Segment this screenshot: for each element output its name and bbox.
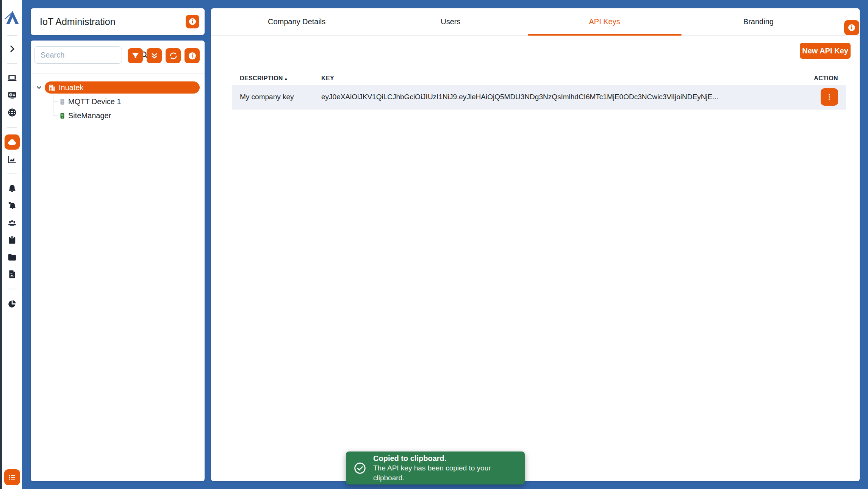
row-action-cell <box>778 88 846 106</box>
expand-all-button[interactable] <box>147 48 162 63</box>
toast-title: Copied to clipboard. <box>373 453 517 463</box>
device-tree-card: Inuatek MQTT Device 1 SiteManager <box>31 41 205 481</box>
main-panel: Company Details Users API Keys Branding … <box>211 8 860 481</box>
tab-company-details[interactable]: Company Details <box>220 8 374 35</box>
info-icon <box>847 23 856 32</box>
tree-connector <box>53 94 53 116</box>
rail-divider <box>7 173 17 174</box>
app-window: IoT Administration <box>0 0 868 489</box>
display-log-icon[interactable] <box>7 91 17 100</box>
clipboard-icon[interactable] <box>7 235 17 245</box>
tree-info-button[interactable] <box>185 48 200 63</box>
tab-api-keys[interactable]: API Keys <box>528 8 682 35</box>
api-key-value: eyJ0eXAiOiJKV1QiLCJhbGciOiJIUzI1NiJ9.eyJ… <box>321 93 778 101</box>
rail-divider <box>7 63 17 64</box>
api-keys-table: DESCRIPTION▲ KEY ACTION My company key e… <box>232 72 846 109</box>
divider <box>31 73 205 73</box>
device-icon-gray <box>59 98 66 106</box>
column-header-action: ACTION <box>778 75 846 82</box>
rail-divider <box>7 289 17 289</box>
file-image-icon[interactable] <box>7 269 17 279</box>
page-title: IoT Administration <box>40 8 116 35</box>
tree-node-sitemanager[interactable]: SiteManager <box>59 111 111 120</box>
search-input[interactable] <box>34 46 122 64</box>
panel-info-button[interactable] <box>844 20 859 35</box>
sort-asc-icon: ▲ <box>284 76 288 81</box>
bell-alert-icon[interactable] <box>7 201 17 211</box>
users-group-icon[interactable] <box>7 218 17 228</box>
api-key-description: My company key <box>232 93 321 101</box>
toast-notification: Copied to clipboard. The API key has bee… <box>346 452 525 484</box>
toast-text: Copied to clipboard. The API key has bee… <box>373 453 517 483</box>
column-header-key[interactable]: KEY <box>321 75 778 82</box>
tree-node-company[interactable]: Inuatek <box>45 81 200 94</box>
building-icon <box>48 84 56 92</box>
rail-divider <box>7 127 17 128</box>
tree-connector <box>53 116 58 116</box>
bell-icon[interactable] <box>7 184 17 194</box>
tab-users[interactable]: Users <box>374 8 527 35</box>
refresh-icon <box>169 51 178 61</box>
menu-list-icon[interactable] <box>4 469 20 485</box>
active-tab-underline <box>528 34 682 36</box>
info-icon <box>188 51 197 61</box>
pie-chart-icon[interactable] <box>7 299 17 309</box>
tree-connector <box>53 102 58 102</box>
refresh-button[interactable] <box>166 48 181 63</box>
new-api-key-button[interactable]: New API Key <box>800 43 851 59</box>
double-chevron-down-icon <box>150 51 159 61</box>
header-info-button[interactable] <box>186 15 199 28</box>
table-row[interactable]: My company key eyJ0eXAiOiJKV1QiLCJhbGciO… <box>232 85 846 109</box>
analytics-chart-icon[interactable] <box>7 155 17 164</box>
filter-button[interactable] <box>128 48 143 63</box>
tree-node-mqtt-device[interactable]: MQTT Device 1 <box>59 97 121 106</box>
row-actions-button[interactable] <box>821 88 838 106</box>
cloud-icon[interactable] <box>5 134 20 150</box>
tab-branding[interactable]: Branding <box>682 8 835 35</box>
inuatek-logo <box>4 9 21 27</box>
rail-divider <box>7 35 17 36</box>
tree-node-label: SiteManager <box>68 111 111 120</box>
toast-message: The API key has been copied to your clip… <box>373 463 517 483</box>
icon-rail <box>2 0 22 489</box>
chevron-down-icon[interactable] <box>35 84 43 91</box>
tree-node-label: Inuatek <box>59 83 84 92</box>
check-circle-icon <box>353 462 366 475</box>
tab-bar: Company Details Users API Keys Branding <box>220 8 835 35</box>
admin-header-card: IoT Administration <box>31 8 205 35</box>
table-header-row: DESCRIPTION▲ KEY ACTION <box>232 72 846 85</box>
laptop-icon[interactable] <box>7 73 17 83</box>
kebab-menu-icon <box>825 93 834 101</box>
tree-node-label: MQTT Device 1 <box>68 97 121 106</box>
folder-icon[interactable] <box>7 252 17 262</box>
column-header-description[interactable]: DESCRIPTION▲ <box>232 75 321 82</box>
collapse-chevron-icon[interactable] <box>7 44 17 54</box>
globe-icon[interactable] <box>7 108 17 117</box>
device-icon-green <box>59 112 66 120</box>
funnel-icon <box>131 51 140 61</box>
